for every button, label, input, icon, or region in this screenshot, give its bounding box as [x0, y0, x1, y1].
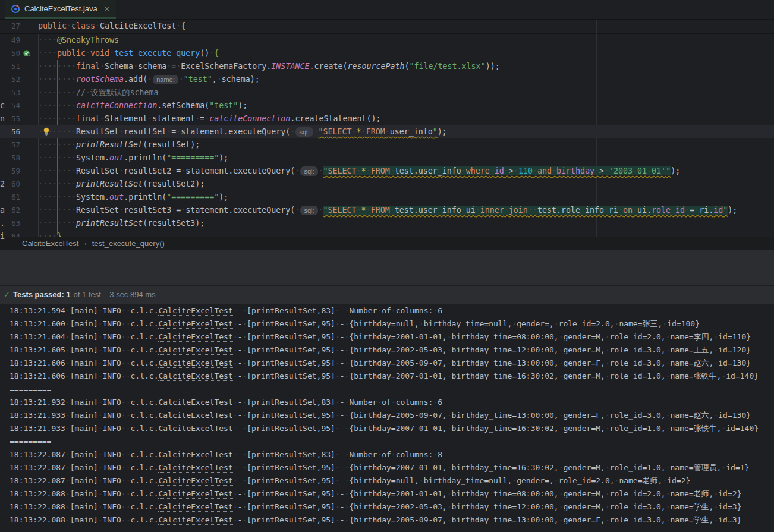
run-toolbar-row [0, 250, 774, 266]
console-log-line: 18:13:21.933·[main]·INFO··c.l.c.CalciteE… [0, 422, 774, 435]
line-number[interactable]: 50 [0, 47, 20, 60]
test-tree-row [0, 266, 774, 286]
console-class-link[interactable]: CalciteExcelTest [158, 450, 232, 459]
code-line-63[interactable]: 63········printResultSet(resultSet3); [0, 217, 774, 230]
console-log-line: 18:13:22.088·[main]·INFO··c.l.c.CalciteE… [0, 500, 774, 514]
inlay-hint: sql: [295, 127, 313, 137]
code-line-64[interactable]: 64····} [0, 230, 774, 237]
test-status-bar: ✓ Tests passed: 1 of 1 test – 3 sec 894 … [0, 286, 774, 303]
console-separator-line: ========= [0, 435, 774, 448]
run-tool-window: ✓ Tests passed: 1 of 1 test – 3 sec 894 … [0, 250, 774, 304]
console-class-link[interactable]: CalciteExcelTest [158, 515, 232, 525]
tests-passed-label: Tests passed: 1 [13, 290, 71, 299]
tab-calciteexceltest-java[interactable]: CalciteExcelTest.java ✕ [5, 0, 116, 19]
background-text-fragment: 2 [0, 178, 5, 191]
console-log-line: 18:13:21.932·[main]·INFO··c.l.c.CalciteE… [0, 396, 774, 409]
console-log-line: 18:13:21.604·[main]·INFO··c.l.c.CalciteE… [0, 330, 774, 344]
check-icon: ✓ [4, 290, 13, 299]
injected-sql-fragment: "SELECT·*·FROM·test.user_info·where·id·>… [323, 166, 671, 175]
background-text-fragment: at [0, 204, 5, 217]
console-separator-line: ========= [0, 383, 774, 396]
intention-bulb-icon[interactable] [42, 127, 51, 137]
console-log-line: 18:13:22.088·[main]·INFO··c.l.c.CalciteE… [0, 487, 774, 500]
code-line-60[interactable]: 60········printResultSet(resultSet2); [0, 178, 774, 191]
console-log-line: 18:13:22.087·[main]·INFO··c.l.c.CalciteE… [0, 474, 774, 487]
console-log-line: 18:13:21.606·[main]·INFO··c.l.c.CalciteE… [0, 370, 774, 383]
console-class-link[interactable]: CalciteExcelTest [158, 358, 232, 368]
code-line-59[interactable]: 59········ResultSet·resultSet2·=·stateme… [0, 165, 774, 178]
line-number[interactable]: 57 [0, 138, 20, 152]
code-line-62[interactable]: 62········ResultSet·resultSet3·=·stateme… [0, 204, 774, 217]
inlay-hint: name: [153, 75, 178, 84]
code-line-50[interactable]: 50····public·void·test_execute_query()·{ [0, 47, 774, 60]
background-text-fragment: c [0, 99, 5, 112]
code-line-27[interactable]: 27public·class·CalciteExcelTest·{ [0, 20, 774, 33]
editor-tab-bar: CalciteExcelTest.java ✕ [0, 0, 774, 20]
console-log-line: 18:13:21.600·[main]·INFO··c.l.c.CalciteE… [0, 317, 774, 330]
console-log-line: 18:13:21.606·[main]·INFO··c.l.c.CalciteE… [0, 357, 774, 370]
test-class-icon [11, 4, 20, 14]
code-line-61[interactable]: 61········System.out.println("========="… [0, 191, 774, 204]
console-log-line: 18:13:21.594·[main]·INFO··c.l.c.CalciteE… [0, 304, 774, 317]
breadcrumb: CalciteExcelTest › test_execute_query() [0, 237, 774, 250]
code-line-56[interactable]: 56········ResultSet·resultSet·=·statemen… [0, 125, 774, 138]
console-class-link[interactable]: CalciteExcelTest [158, 476, 232, 486]
line-number[interactable]: 59 [0, 165, 20, 178]
inlay-hint: sql: [300, 166, 317, 176]
background-text-fragment: . [0, 217, 5, 230]
code-line-58[interactable]: 58········System.out.println("========="… [0, 152, 774, 165]
line-number[interactable]: 58 [0, 152, 20, 165]
console-class-link[interactable]: CalciteExcelTest [158, 319, 232, 329]
injected-sql-fragment: "SELECT·*·FROM·user_info" [319, 127, 438, 136]
tab-title: CalciteExcelTest.java [24, 4, 97, 13]
breadcrumb-method[interactable]: test_execute_query() [92, 239, 165, 248]
inlay-hint: sql: [300, 206, 317, 215]
console-class-link[interactable]: CalciteExcelTest [158, 332, 232, 342]
console-class-link[interactable]: CalciteExcelTest [158, 345, 232, 355]
breadcrumb-class[interactable]: CalciteExcelTest [22, 239, 78, 248]
test-passed-gutter-icon[interactable] [23, 49, 32, 58]
line-number[interactable]: 49 [0, 34, 20, 47]
background-text-fragment: n( [0, 112, 5, 125]
tab-close-icon[interactable]: ✕ [104, 5, 110, 13]
console-log-line: 18:13:21.933·[main]·INFO··c.l.c.CalciteE… [0, 409, 774, 422]
code-line-49[interactable]: 49····@SneakyThrows [0, 34, 774, 47]
chevron-right-icon: › [84, 239, 86, 248]
console-log-line: 18:13:22.087·[main]·INFO··c.l.c.CalciteE… [0, 461, 774, 474]
console-class-link[interactable]: CalciteExcelTest [158, 463, 232, 473]
code-editor[interactable]: 27public·class·CalciteExcelTest·{49····@… [0, 20, 774, 237]
line-number[interactable]: 56 [0, 125, 20, 138]
code-line-51[interactable]: 51········final·Schema·schema·=·ExcelSch… [0, 60, 774, 73]
console-log-line: 18:13:22.087·[main]·INFO··c.l.c.CalciteE… [0, 448, 774, 461]
line-number[interactable]: 51 [0, 60, 20, 73]
console-class-link[interactable]: CalciteExcelTest [158, 411, 232, 420]
tests-summary: of 1 test – 3 sec 894 ms [74, 290, 156, 299]
background-text-fragment: in [0, 230, 5, 243]
line-number[interactable]: 61 [0, 191, 20, 204]
console-class-link[interactable]: CalciteExcelTest [158, 372, 232, 381]
console-class-link[interactable]: CalciteExcelTest [158, 424, 232, 433]
console-class-link[interactable]: CalciteExcelTest [158, 398, 232, 407]
console-log-line: 18:13:22.088·[main]·INFO··c.l.c.CalciteE… [0, 514, 774, 527]
code-line-55[interactable]: 55········final·Statement·statement·=·ca… [0, 112, 774, 125]
code-line-52[interactable]: 52········rootSchema.add(·name:·"test",·… [0, 73, 774, 86]
console-log-line: 18:13:21.605·[main]·INFO··c.l.c.CalciteE… [0, 344, 774, 357]
code-line-54[interactable]: 54········calciteConnection.setSchema("t… [0, 99, 774, 112]
console-class-link[interactable]: CalciteExcelTest [158, 489, 232, 499]
line-number[interactable]: 53 [0, 86, 20, 99]
injected-sql-fragment: "SELECT·*·FROM·test.user_info·ui·inner·j… [323, 206, 728, 215]
line-number[interactable]: 52 [0, 73, 20, 86]
code-line-53[interactable]: 53········//·设置默认的schema [0, 86, 774, 99]
console-class-link[interactable]: CalciteExcelTest [158, 502, 232, 512]
run-console-output[interactable]: 18:13:21.594·[main]·INFO··c.l.c.CalciteE… [0, 304, 774, 532]
console-class-link[interactable]: CalciteExcelTest [158, 306, 232, 316]
line-number[interactable]: 27 [0, 20, 20, 33]
code-line-57[interactable]: 57········printResultSet(resultSet); [0, 138, 774, 152]
